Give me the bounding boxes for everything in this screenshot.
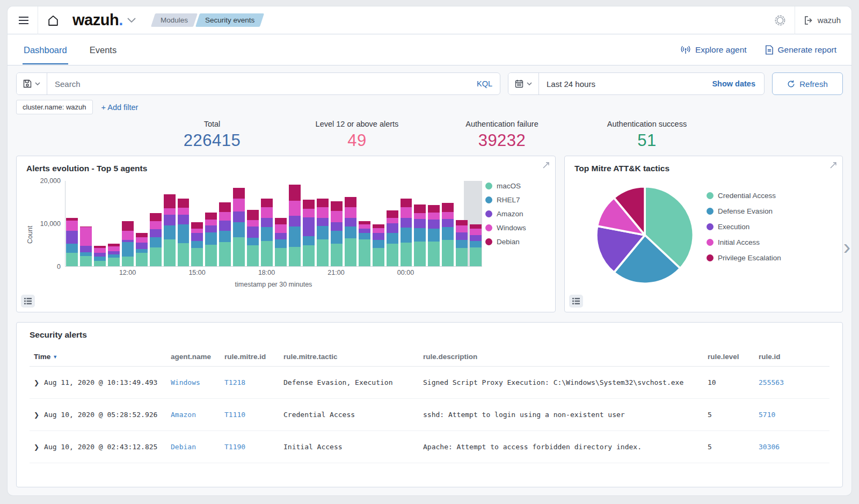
stacked-bar[interactable] (108, 244, 120, 266)
cell-rule-id-link[interactable]: 30306 (759, 443, 780, 451)
cell-rule-id-link[interactable]: 255563 (759, 378, 784, 386)
row-expand-chevron[interactable]: ❯ (34, 379, 39, 386)
bar-segment (289, 201, 301, 215)
stacked-bar[interactable] (150, 213, 162, 266)
legend-toggle-icon[interactable] (569, 295, 583, 308)
bar-segment (219, 242, 231, 266)
bar-segment (178, 208, 190, 215)
stacked-bar[interactable] (275, 218, 287, 266)
show-dates-button[interactable]: Show dates (703, 79, 764, 88)
stacked-bar[interactable] (122, 221, 134, 266)
filter-pill[interactable]: cluster.name: wazuh (16, 100, 93, 114)
column-header-time[interactable]: Time▼ (30, 346, 166, 367)
stacked-bar[interactable] (205, 213, 217, 266)
breadcrumb-item[interactable]: Security events (195, 13, 264, 27)
stacked-bar[interactable] (317, 199, 329, 266)
search-input[interactable] (47, 79, 469, 89)
stacked-bar[interactable] (191, 222, 203, 266)
bar-segment (219, 231, 231, 243)
stacked-bar[interactable] (414, 204, 426, 266)
app-switcher-chevron-icon[interactable] (124, 14, 139, 26)
stacked-bar[interactable] (219, 202, 231, 266)
stacked-bar[interactable] (247, 210, 259, 266)
stacked-bar[interactable] (178, 199, 190, 266)
cell-agent-name-link[interactable]: Debian (171, 443, 196, 451)
stacked-bar[interactable] (94, 246, 106, 266)
menu-hamburger-icon[interactable] (15, 13, 32, 28)
stacked-bar[interactable] (261, 199, 273, 266)
cell-rule-id-link[interactable]: 5710 (759, 411, 775, 419)
legend-item[interactable]: Credential Access (707, 192, 795, 200)
stacked-bar[interactable] (470, 224, 482, 266)
stacked-bar[interactable] (303, 200, 315, 266)
column-header-rule-mitre-id[interactable]: rule.mitre.id (220, 346, 279, 367)
expand-panel-icon[interactable] (829, 162, 837, 169)
expand-panel-icon[interactable] (542, 162, 550, 169)
stat-value: 39232 (430, 131, 574, 150)
bar-segment (303, 245, 315, 266)
stacked-bar[interactable] (373, 224, 384, 266)
kql-toggle[interactable]: KQL (469, 79, 500, 88)
column-header-rule-level[interactable]: rule.level (703, 346, 754, 367)
cell-mitre-id-link[interactable]: T1218 (224, 378, 245, 386)
cell-agent-name-link[interactable]: Windows (171, 378, 200, 386)
cell-agent-name-link[interactable]: Amazon (171, 411, 196, 419)
logout-button[interactable]: wazuh (800, 12, 844, 28)
add-filter-button[interactable]: + Add filter (101, 103, 139, 112)
cell-mitre-id-link[interactable]: T1190 (224, 443, 245, 451)
row-expand-chevron[interactable]: ❯ (34, 411, 39, 419)
bar-segment (178, 199, 190, 208)
home-icon[interactable] (43, 11, 63, 30)
next-panel-chevron[interactable]: › (843, 236, 850, 258)
stacked-bar[interactable] (401, 199, 412, 266)
legend-item[interactable]: Amazon (485, 210, 545, 218)
breadcrumb-item[interactable]: Modules (151, 13, 198, 27)
stacked-bar[interactable] (345, 197, 356, 266)
tab-events[interactable]: Events (89, 35, 118, 64)
bar-segment (289, 227, 301, 247)
saved-queries-button[interactable] (17, 73, 47, 94)
legend-item[interactable]: macOS (485, 182, 545, 190)
stacked-bar[interactable] (359, 221, 370, 266)
generate-report-button[interactable]: Generate report (765, 45, 836, 55)
bar-segment (219, 221, 231, 230)
legend-item[interactable]: Initial Access (707, 238, 795, 246)
legend-item[interactable]: Windows (485, 224, 545, 232)
legend-item[interactable]: Debian (485, 238, 545, 246)
column-header-rule-mitre-tactic[interactable]: rule.mitre.tactic (279, 346, 419, 367)
stacked-bar[interactable] (233, 188, 245, 266)
legend-item[interactable]: Execution (707, 223, 795, 231)
column-header-agent-name[interactable]: agent.name (166, 346, 220, 367)
stacked-bar[interactable] (331, 201, 343, 266)
bar-segment (345, 227, 356, 238)
time-range-value[interactable]: Last 24 hours (539, 79, 703, 89)
stacked-bar[interactable] (289, 185, 301, 266)
bar-segment (442, 203, 454, 212)
bar-segment (205, 220, 217, 225)
cell-mitre-id-link[interactable]: T1110 (224, 411, 245, 419)
explore-agent-button[interactable]: Explore agent (680, 45, 747, 55)
legend-toggle-icon[interactable] (21, 295, 35, 308)
status-ring-icon[interactable] (771, 11, 789, 30)
legend-item[interactable]: Privilege Escalation (707, 254, 795, 262)
stat-label: Authentication success (574, 120, 719, 128)
bar-segment (233, 237, 245, 266)
stacked-bar[interactable] (442, 203, 454, 266)
bar-segment (80, 227, 92, 246)
column-header-rule-id[interactable]: rule.id (754, 346, 829, 367)
stacked-bar[interactable] (80, 227, 92, 266)
stacked-bar[interactable] (456, 220, 468, 266)
calendar-button[interactable] (508, 73, 539, 94)
refresh-button[interactable]: Refresh (772, 72, 843, 95)
row-expand-chevron[interactable]: ❯ (34, 443, 39, 451)
legend-item[interactable]: Defense Evasion (707, 207, 795, 215)
legend-item[interactable]: RHEL7 (485, 196, 545, 204)
stacked-bar[interactable] (66, 218, 78, 266)
stacked-bar[interactable] (164, 194, 176, 266)
stacked-bar[interactable] (136, 233, 148, 266)
column-header-rule-description[interactable]: rule.description (419, 346, 703, 367)
tab-dashboard[interactable]: Dashboard (23, 35, 68, 64)
stacked-bar[interactable] (428, 205, 440, 266)
bar-segment (331, 231, 343, 244)
stacked-bar[interactable] (387, 210, 398, 266)
